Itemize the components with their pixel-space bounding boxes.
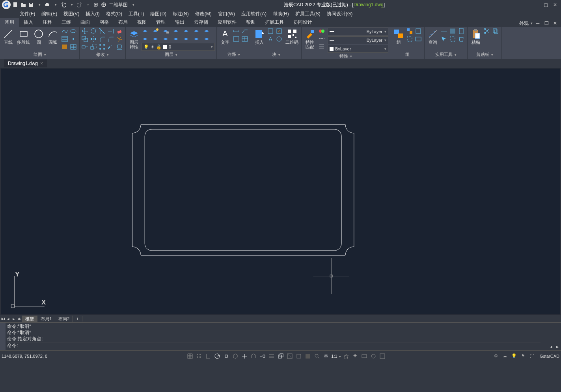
cmd-scroll-right-icon[interactable]: ▸ <box>555 344 560 349</box>
rotate-icon[interactable] <box>90 28 97 35</box>
hardware-accel-icon[interactable] <box>360 352 368 360</box>
layout-tab-add[interactable]: + <box>73 316 82 321</box>
maximize-icon[interactable]: ▢ <box>541 1 550 9</box>
polar-icon[interactable] <box>213 352 221 360</box>
ducs-icon[interactable] <box>250 352 257 360</box>
ribbon-tab-surface[interactable]: 曲面 <box>76 18 95 27</box>
layer-lock-icon[interactable] <box>162 28 169 35</box>
layer-uniso-icon[interactable] <box>183 28 190 35</box>
undo-icon[interactable] <box>60 1 67 8</box>
panel-util-expand-icon[interactable]: ▾ <box>455 53 457 57</box>
color-selector[interactable]: ByLayer▾ <box>328 28 388 35</box>
isolate-icon[interactable] <box>369 352 377 360</box>
layer-state-icon[interactable] <box>203 35 210 43</box>
layer-prev-icon[interactable] <box>203 28 210 35</box>
ortho-icon[interactable] <box>204 352 212 360</box>
cmd-scroll-left-icon[interactable]: ◂ <box>548 344 554 349</box>
offset-icon[interactable] <box>107 43 114 50</box>
chamfer-icon[interactable] <box>107 35 114 43</box>
purge-icon[interactable] <box>458 35 465 43</box>
otrack-icon[interactable] <box>240 352 248 360</box>
fullscreen-icon[interactable]: ⛶ <box>528 352 536 360</box>
ribbon-tab-output[interactable]: 输出 <box>170 18 189 27</box>
calc-icon[interactable] <box>458 28 465 35</box>
edit-block-icon[interactable] <box>276 28 283 35</box>
ribbon-tab-mesh[interactable]: 网格 <box>95 18 114 27</box>
doc-close-icon[interactable]: ✕ <box>552 20 559 27</box>
menu-express[interactable]: 扩展工具(S) <box>293 10 323 18</box>
menu-draw[interactable]: 绘图(D) <box>148 10 169 18</box>
minimize-icon[interactable]: ─ <box>532 1 540 9</box>
layout-first-icon[interactable]: ⏮ <box>0 316 6 321</box>
cut-icon[interactable] <box>483 28 490 35</box>
doc-minimize-icon[interactable]: ─ <box>534 20 541 27</box>
table-icon[interactable] <box>70 43 77 50</box>
save-icon[interactable] <box>28 1 35 8</box>
move-icon[interactable] <box>81 28 88 35</box>
layer-walk-icon[interactable] <box>172 35 179 43</box>
menu-view[interactable]: 视图(V) <box>61 10 82 18</box>
explode-icon[interactable] <box>116 35 123 43</box>
group-mgr-icon[interactable] <box>415 35 422 43</box>
coordinates-display[interactable]: 1148.6079, 751.8972, 0 <box>2 354 80 359</box>
ribbon-tab-home[interactable]: 常用 <box>0 18 19 27</box>
ribbon-tab-apps[interactable]: 应用软件 <box>213 18 241 27</box>
magnifier-icon[interactable] <box>313 352 321 360</box>
stretch-icon[interactable] <box>81 43 88 50</box>
layer-del-icon[interactable] <box>193 35 200 43</box>
match-prop-button[interactable]: 特性 匹配 <box>303 28 317 50</box>
redo-dropdown-icon[interactable]: ▾ <box>84 1 91 8</box>
menu-modify[interactable]: 修改(M) <box>193 10 214 18</box>
save-dropdown-icon[interactable]: ▾ <box>36 1 43 8</box>
spline-icon[interactable] <box>61 28 68 35</box>
circle-button[interactable]: 圆 <box>32 28 45 45</box>
qselect-icon[interactable] <box>449 35 456 43</box>
anno-scale-icon[interactable]: ⚖ <box>322 352 330 360</box>
layout-last-icon[interactable]: ⏭ <box>17 316 22 321</box>
trim-icon[interactable] <box>99 28 106 35</box>
ribbon-tab-annotate[interactable]: 注释 <box>38 18 57 27</box>
leader-icon[interactable] <box>241 28 248 35</box>
qprops-icon[interactable] <box>295 352 303 360</box>
open-file-icon[interactable] <box>20 1 27 8</box>
panel-prop-expand-icon[interactable]: ▾ <box>350 54 352 58</box>
drawing-canvas[interactable]: Y X <box>0 68 561 315</box>
ribbon-tab-help[interactable]: 帮助 <box>241 18 260 27</box>
menu-window[interactable]: 窗口(W) <box>216 10 237 18</box>
ribbon-tab-express[interactable]: 扩展工具 <box>260 18 289 27</box>
notification-icon[interactable]: ⚑ <box>519 352 527 360</box>
ribbon-tab-cloud[interactable]: 云存储 <box>189 18 213 27</box>
polyline-button[interactable]: 多段线 <box>16 28 31 45</box>
document-tab[interactable]: Drawing1.dwg × <box>4 59 47 67</box>
menu-edit[interactable]: 编辑(E) <box>39 10 60 18</box>
selection-cycling-icon[interactable] <box>277 352 285 360</box>
erase-icon[interactable] <box>116 28 123 35</box>
plugin-icon[interactable] <box>92 1 99 8</box>
bulb-icon[interactable]: 💡 <box>510 352 518 360</box>
text-button[interactable]: A文字 <box>218 28 232 45</box>
ribbon-tab-insert[interactable]: 插入 <box>19 18 38 27</box>
layout-next-icon[interactable]: ▸ <box>11 316 17 321</box>
layer-match-icon[interactable] <box>193 28 200 35</box>
layout-tab-1[interactable]: 布局1 <box>37 316 55 322</box>
command-input[interactable]: 命令: <box>7 342 540 349</box>
attsync-icon[interactable] <box>276 35 283 43</box>
ribbon-tab-layout[interactable]: 布局 <box>114 18 132 27</box>
dist-icon[interactable] <box>440 28 447 35</box>
ribbon-tab-collab[interactable]: 协同设计 <box>289 18 317 27</box>
paste-button[interactable]: 粘贴 <box>469 28 483 45</box>
hatch-icon[interactable] <box>61 35 68 43</box>
list-icon[interactable] <box>318 43 325 50</box>
layer-thaw-icon[interactable] <box>152 35 159 43</box>
menu-format[interactable]: 格式(O) <box>104 10 125 18</box>
mirror-icon[interactable] <box>90 35 97 43</box>
linetype-selector[interactable]: ByLayer▾ <box>328 45 388 53</box>
close-icon[interactable]: ✕ <box>551 1 559 9</box>
settings-icon[interactable]: ⚙ <box>492 352 500 360</box>
menu-file[interactable]: 文件(F) <box>17 10 37 18</box>
undo-dropdown-icon[interactable]: ▾ <box>68 1 75 8</box>
group-edit-icon[interactable] <box>415 28 422 35</box>
panel-block-expand-icon[interactable]: ▾ <box>278 53 280 57</box>
align-icon[interactable] <box>116 43 123 50</box>
point-icon[interactable] <box>70 35 77 43</box>
